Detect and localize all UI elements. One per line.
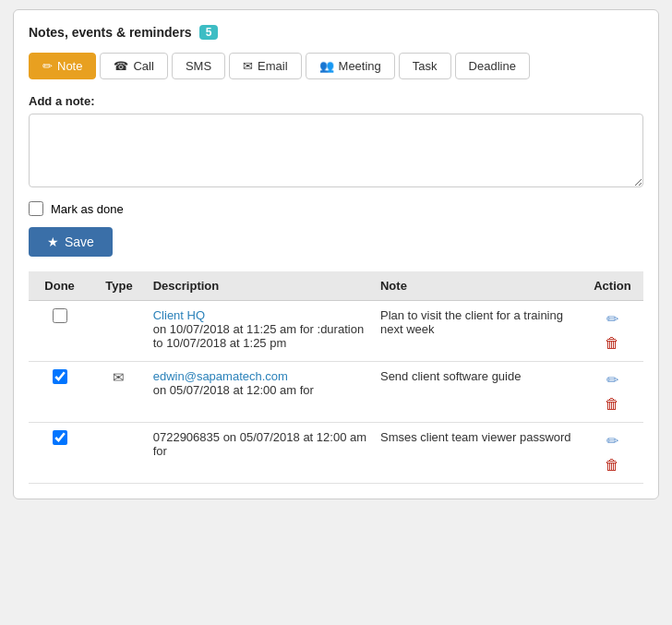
tab-deadline[interactable]: Deadline	[455, 53, 530, 79]
add-note-label: Add a note:	[29, 94, 643, 108]
delete-button[interactable]: 🗑	[603, 333, 621, 354]
row-note-text: Plan to visit the client for a training …	[380, 308, 563, 336]
tab-email[interactable]: ✉ Email	[229, 53, 302, 79]
row-note-cell: Smses client team viewer password	[375, 423, 582, 484]
row-description-link[interactable]: edwin@sapamatech.com	[153, 369, 288, 383]
tab-deadline-label: Deadline	[469, 59, 516, 73]
tab-note-label: Note	[57, 59, 82, 73]
col-header-action: Action	[582, 271, 643, 301]
col-header-done: Done	[29, 271, 90, 301]
tab-meeting[interactable]: 👥 Meeting	[306, 53, 395, 79]
count-badge: 5	[199, 25, 219, 40]
row-note-text: Send client software guide	[380, 369, 521, 383]
delete-button[interactable]: 🗑	[603, 394, 621, 415]
tab-task-label: Task	[413, 59, 438, 73]
envelope-icon: ✉	[243, 59, 253, 73]
tab-bar: ✏ Note ☎ Call SMS ✉ Email 👥 Meeting Task…	[29, 53, 643, 79]
table-row: Client HQ on 10/07/2018 at 11:25 am for …	[29, 301, 643, 362]
row-description-cell: 0722906835 on 05/07/2018 at 12:00 am for	[148, 423, 375, 484]
row-note-text: Smses client team viewer password	[380, 430, 571, 444]
note-form: Add a note: Mark as done ★ Save	[29, 94, 643, 257]
edit-button[interactable]: ✏	[605, 430, 620, 451]
tab-sms-label: SMS	[186, 59, 211, 73]
note-textarea[interactable]	[29, 114, 643, 187]
table-row: ✉edwin@sapamatech.com on 05/07/2018 at 1…	[29, 362, 643, 423]
mark-done-label: Mark as done	[51, 202, 124, 216]
pencil-icon: ✏	[42, 59, 53, 73]
row-description-cell: edwin@sapamatech.com on 05/07/2018 at 12…	[148, 362, 375, 423]
mark-done-row: Mark as done	[29, 201, 643, 216]
row-description-text: on 05/07/2018 at 12:00 am for	[153, 383, 369, 397]
row-description-cell: Client HQ on 10/07/2018 at 11:25 am for …	[148, 301, 375, 362]
row-description-link[interactable]: Client HQ	[153, 308, 205, 322]
tab-meeting-label: Meeting	[339, 59, 381, 73]
action-buttons: ✏🗑	[587, 430, 638, 475]
save-button[interactable]: ★ Save	[29, 227, 113, 257]
tab-call-label: Call	[133, 59, 153, 73]
col-header-type: Type	[90, 271, 148, 301]
tab-note[interactable]: ✏ Note	[29, 53, 96, 79]
row-note-cell: Send client software guide	[375, 362, 582, 423]
row-done-checkbox[interactable]	[53, 430, 67, 445]
row-done-checkbox[interactable]	[53, 308, 67, 323]
tab-sms[interactable]: SMS	[172, 53, 225, 79]
tab-call[interactable]: ☎ Call	[100, 53, 167, 79]
row-action-cell: ✏🗑	[582, 423, 643, 484]
col-header-note: Note	[375, 271, 582, 301]
table-header-row: Done Type Description Note Action	[29, 271, 643, 301]
row-done-checkbox[interactable]	[53, 369, 67, 384]
row-type-cell: ✉	[90, 362, 148, 423]
row-action-cell: ✏🗑	[582, 301, 643, 362]
col-header-description: Description	[148, 271, 375, 301]
row-type-cell	[90, 423, 148, 484]
row-note-cell: Plan to visit the client for a training …	[375, 301, 582, 362]
mark-done-checkbox[interactable]	[29, 201, 43, 216]
tab-email-label: Email	[258, 59, 288, 73]
row-description-text: 0722906835 on 05/07/2018 at 12:00 am for	[153, 430, 369, 458]
row-type-cell	[90, 301, 148, 362]
delete-button[interactable]: 🗑	[603, 455, 621, 475]
main-card: Notes, events & reminders 5 ✏ Note ☎ Cal…	[13, 9, 659, 499]
edit-button[interactable]: ✏	[605, 308, 620, 330]
action-buttons: ✏🗑	[587, 369, 638, 415]
row-description-text: on 10/07/2018 at 11:25 am for :duration …	[153, 322, 369, 350]
people-icon: 👥	[319, 59, 334, 73]
row-action-cell: ✏🗑	[582, 362, 643, 423]
save-label: Save	[65, 234, 94, 249]
email-type-icon: ✉	[113, 369, 125, 385]
card-title: Notes, events & reminders	[29, 25, 192, 40]
action-buttons: ✏🗑	[587, 308, 638, 354]
events-table: Done Type Description Note Action Client…	[29, 271, 643, 484]
star-icon: ★	[47, 234, 59, 249]
phone-icon: ☎	[114, 59, 128, 73]
edit-button[interactable]: ✏	[605, 369, 620, 391]
table-row: 0722906835 on 05/07/2018 at 12:00 am for…	[29, 423, 643, 484]
tab-task[interactable]: Task	[399, 53, 451, 79]
card-header: Notes, events & reminders 5	[29, 25, 643, 40]
